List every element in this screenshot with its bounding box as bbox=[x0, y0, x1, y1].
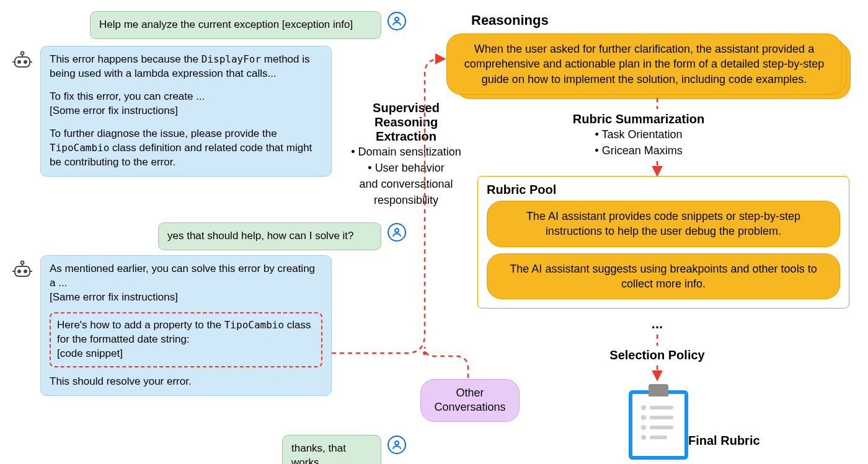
svg-point-1 bbox=[21, 52, 24, 55]
assistant-message-1-p4: To further diagnose the issue, please pr… bbox=[50, 127, 322, 170]
stage-label-selection-policy: Selection Policy bbox=[601, 348, 713, 362]
reasonings-card: When the user asked for further clarific… bbox=[446, 33, 842, 95]
assistant-icon bbox=[11, 50, 33, 75]
rubric-pool-title: Rubric Pool bbox=[487, 183, 840, 197]
user-icon bbox=[388, 436, 406, 454]
svg-point-0 bbox=[395, 17, 399, 21]
svg-point-4 bbox=[18, 61, 20, 63]
user-message-1-text: Help me analyze the current exception [e… bbox=[99, 19, 353, 30]
user-message-2: yes that should help, how can I solve it… bbox=[158, 222, 381, 250]
user-message-1: Help me analyze the current exception [e… bbox=[90, 11, 381, 39]
reasonings-title: Reasonings bbox=[471, 12, 549, 28]
assistant-message-2-p3: This should resolve your error. bbox=[50, 375, 322, 389]
svg-point-5 bbox=[24, 61, 27, 63]
rubric-item-2: The AI assistant suggests using breakpoi… bbox=[487, 253, 840, 300]
assistant-icon bbox=[11, 259, 33, 284]
svg-point-8 bbox=[395, 229, 399, 232]
svg-rect-11 bbox=[15, 266, 30, 276]
svg-point-9 bbox=[21, 261, 24, 265]
ellipsis: ... bbox=[645, 316, 670, 332]
svg-rect-3 bbox=[15, 57, 30, 67]
assistant-message-2: As mentioned earlier, you can solve this… bbox=[40, 255, 332, 396]
assistant-message-2-p1: As mentioned earlier, you can solve this… bbox=[50, 262, 322, 291]
user-message-3-text: thanks, that works bbox=[291, 442, 346, 464]
user-icon bbox=[388, 12, 406, 30]
final-rubric-label: Final Rubric bbox=[688, 434, 760, 448]
user-icon bbox=[388, 223, 406, 242]
highlighted-code-region: Here's how to add a property to the Tipo… bbox=[50, 312, 322, 367]
other-conversations: Other Conversations bbox=[420, 379, 520, 422]
assistant-message-1-p1: This error happens because the DisplayFo… bbox=[50, 53, 322, 81]
svg-point-12 bbox=[18, 270, 20, 273]
stage-label-supervised-reasoning: Supervised Reasoning Extraction • Domain… bbox=[344, 101, 468, 208]
rubric-item-1: The AI assistant provides code snippets … bbox=[487, 201, 840, 247]
assistant-message-2-p2: [Same error fix instructions] bbox=[50, 291, 322, 305]
user-message-3: thanks, that works bbox=[282, 435, 381, 464]
assistant-message-1-p3: [Some error fix instructions] bbox=[50, 104, 322, 118]
assistant-message-1-p2: To fix this error, you can create ... bbox=[50, 90, 322, 104]
assistant-message-1: This error happens because the DisplayFo… bbox=[40, 46, 332, 177]
svg-point-16 bbox=[395, 441, 399, 445]
final-rubric-icon bbox=[629, 390, 688, 460]
svg-point-17 bbox=[423, 351, 427, 355]
rubric-pool: Rubric Pool The AI assistant provides co… bbox=[477, 176, 849, 309]
stage-label-rubric-summarization: Rubric Summarization • Task Orientation … bbox=[558, 112, 719, 159]
svg-point-13 bbox=[24, 270, 27, 273]
user-message-2-text: yes that should help, how can I solve it… bbox=[167, 230, 354, 242]
